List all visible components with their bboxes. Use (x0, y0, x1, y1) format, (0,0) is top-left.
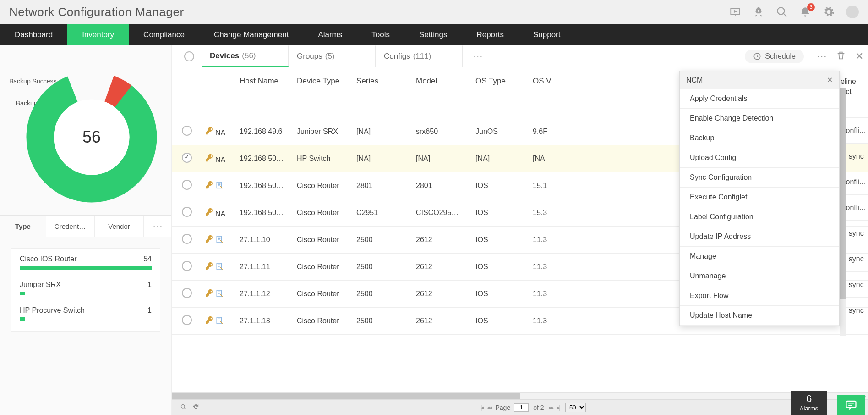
pager-page-input[interactable] (514, 403, 529, 412)
schedule-button[interactable]: Schedule (745, 50, 804, 63)
col-series[interactable]: Series (353, 67, 412, 118)
ncm-menu-item[interactable]: Label Configuration (680, 207, 839, 227)
cell-type: Cisco Router (293, 172, 353, 199)
svg-rect-14 (217, 317, 222, 324)
subtab-devices[interactable]: Devices (56) (202, 45, 289, 67)
filter-tab-type[interactable]: Type (0, 216, 46, 237)
key-icon (205, 126, 213, 134)
cell-osv: 11.3 (529, 280, 575, 307)
select-all-checkbox[interactable] (184, 51, 194, 61)
ncm-menu-item[interactable]: Update Host Name (680, 306, 839, 326)
alarms-widget[interactable]: 6 Alarms (791, 391, 827, 415)
ncm-menu-item[interactable]: Update IP Address (680, 227, 839, 247)
ncm-menu-item[interactable]: Upload Config (680, 148, 839, 168)
type-item-juniper[interactable]: Juniper SRX 1 (11, 277, 160, 303)
cell-type: Cisco Router (293, 253, 353, 280)
ncm-menu-item[interactable]: Backup (680, 128, 839, 148)
app-title: Network Configuration Manager (9, 5, 184, 19)
ncm-menu-item[interactable]: Manage (680, 247, 839, 266)
nav-tab-reports[interactable]: Reports (462, 24, 519, 45)
cell-series: 2500 (353, 226, 412, 253)
row-checkbox[interactable] (182, 207, 192, 217)
ncm-menu-item[interactable]: Enable Change Detection (680, 109, 839, 128)
svg-point-15 (181, 404, 185, 408)
row-checkbox[interactable] (182, 126, 192, 136)
footer-refresh-icon[interactable] (190, 404, 202, 412)
bell-icon[interactable]: 3 (799, 6, 811, 18)
nav-tab-tools[interactable]: Tools (357, 24, 404, 45)
note-icon (215, 235, 223, 243)
nav-tab-inventory[interactable]: Inventory (67, 24, 129, 45)
horizontal-scrollbar[interactable]: ◄ ► (172, 392, 868, 399)
ncm-scrollbar[interactable] (840, 88, 846, 336)
chat-button[interactable] (837, 395, 865, 415)
donut-center-value: 56 (82, 127, 101, 147)
filter-tabs: Type Credent… Vendor ⋯ (0, 215, 171, 237)
row-checkbox[interactable] (182, 288, 192, 298)
sidebar: Backup Success Backup Failed 56 Type Cre… (0, 45, 172, 415)
nav-tab-dashboard[interactable]: Dashboard (0, 24, 67, 45)
footer-search-icon[interactable] (177, 404, 190, 412)
cell-osv: 11.3 (529, 307, 575, 334)
key-icon (205, 207, 213, 216)
subtab-groups[interactable]: Groups (5) (289, 45, 376, 67)
filter-tab-credent[interactable]: Credent… (46, 216, 95, 237)
filter-tab-vendor[interactable]: Vendor (95, 216, 144, 237)
cell-model: srx650 (412, 118, 472, 145)
subtabs: Devices (56) Groups (5) Configs (111) ⋯ … (172, 45, 868, 67)
ncm-menu-item[interactable]: Unmanage (680, 266, 839, 286)
svg-rect-10 (217, 182, 222, 188)
nav-tab-alarms[interactable]: Alarms (303, 24, 357, 45)
col-ostype[interactable]: OS Type (472, 67, 529, 118)
nav-tab-support[interactable]: Support (519, 24, 575, 45)
pager-size-select[interactable]: 50 (565, 403, 586, 412)
col-hostname[interactable]: Host Name (236, 67, 293, 118)
filter-tabs-more-icon[interactable]: ⋯ (144, 216, 171, 237)
key-icon (205, 153, 213, 161)
type-item-name: Cisco IOS Router (20, 255, 76, 263)
slideshow-icon[interactable] (729, 6, 741, 18)
pager-prev[interactable]: ◂◂ (485, 404, 493, 411)
key-icon (205, 315, 213, 324)
search-icon[interactable] (776, 6, 788, 18)
more-actions-icon[interactable]: ⋯ (812, 50, 831, 62)
nav-tab-change-management[interactable]: Change Management (199, 24, 304, 45)
cell-series: 2801 (353, 172, 412, 199)
cell-os: [NA] (472, 145, 529, 172)
cell-hostname: 27.1.1.11 (236, 253, 293, 280)
row-checkbox[interactable] (182, 180, 192, 190)
col-devicetype[interactable]: Device Type (293, 67, 353, 118)
close-icon[interactable]: ✕ (851, 50, 868, 62)
ncm-menu-item[interactable]: Execute Configlet (680, 188, 839, 207)
pager-first[interactable]: |◂ (479, 404, 485, 411)
subtabs-more-icon[interactable]: ⋯ (463, 50, 493, 62)
col-osv[interactable]: OS V (529, 67, 575, 118)
avatar[interactable] (846, 6, 859, 18)
gear-icon[interactable] (823, 6, 835, 18)
cell-hostname: 27.1.1.13 (236, 307, 293, 334)
type-item-hp[interactable]: HP Procurve Switch 1 (11, 303, 160, 328)
nav-tab-settings[interactable]: Settings (404, 24, 462, 45)
type-item-count: 1 (147, 306, 152, 315)
rocket-icon[interactable] (753, 6, 764, 18)
type-item-cisco[interactable]: Cisco IOS Router 54 (11, 251, 160, 277)
pager-last[interactable]: ▸| (555, 404, 562, 411)
cell-hostname: 192.168.49.6 (236, 118, 293, 145)
trash-icon[interactable] (831, 50, 851, 62)
ncm-close-icon[interactable]: ✕ (827, 76, 833, 84)
ncm-menu-item[interactable]: Sync Configuration (680, 168, 839, 188)
subtab-configs[interactable]: Configs (111) (376, 45, 463, 67)
pager-next[interactable]: ▸▸ (547, 404, 555, 411)
ncm-menu-item[interactable]: Export Flow (680, 286, 839, 306)
clock-icon (753, 52, 761, 61)
row-checkbox[interactable] (182, 153, 192, 163)
topbar-icons: 3 (729, 6, 859, 18)
nav-tab-compliance[interactable]: Compliance (129, 24, 199, 45)
col-model[interactable]: Model (412, 67, 472, 118)
cell-osv: [NA (529, 145, 575, 172)
ncm-menu-item[interactable]: Apply Credentials (680, 89, 839, 109)
cell-model: 2612 (412, 226, 472, 253)
row-checkbox[interactable] (182, 315, 192, 325)
row-checkbox[interactable] (182, 234, 192, 244)
row-checkbox[interactable] (182, 261, 192, 271)
